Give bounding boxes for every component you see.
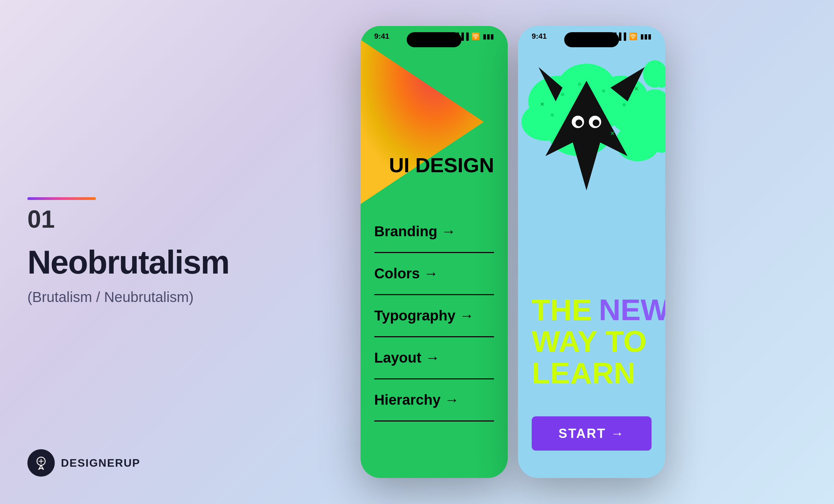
phones-container: 9:41 ▐▐▐ 🛜 ▮▮▮ (192, 0, 834, 504)
headline-the: THE (532, 294, 592, 326)
svg-point-26 (593, 119, 599, 126)
headline-learn: LEARN (532, 356, 635, 390)
svg-marker-22 (573, 142, 600, 190)
left-section: 01 Neobrutalism (Brutalism / Neubrutalis… (27, 0, 219, 504)
ui-design-text: UI DESIGN (389, 154, 494, 177)
wifi-icon-blue: 🛜 (629, 32, 637, 40)
character-svg: × × × (518, 47, 665, 245)
headline-row1: THE NEW (532, 294, 652, 326)
status-time-green: 9:41 (374, 32, 389, 41)
menu-colors-label: Colors → (374, 265, 438, 282)
svg-text:×: × (540, 100, 544, 108)
menu-list: Branding → Colors → Typography → Layout … (361, 211, 508, 421)
menu-typography-label: Typography → (374, 307, 474, 324)
battery-icon: ▮▮▮ (483, 32, 494, 40)
ui-design-title: UI DESIGN (389, 154, 494, 177)
battery-icon-blue: ▮▮▮ (640, 32, 652, 40)
phone-blue-frame: 9:41 ▐▐▐ 🛜 ▮▮▮ (518, 26, 665, 478)
start-button-label: START → (558, 426, 624, 441)
menu-item-hierarchy[interactable]: Hierarchy → (374, 379, 494, 421)
blue-illustration: × × × (518, 47, 665, 245)
svg-point-15 (578, 83, 581, 86)
logo-area: DESIGNERUP (27, 449, 140, 477)
svg-marker-4 (361, 40, 484, 204)
menu-item-typography[interactable]: Typography → (374, 295, 494, 337)
headline-new: NEW (599, 294, 665, 326)
logo-text: DESIGNERUP (61, 457, 140, 469)
learn-text-area: THE NEW WAY TO LEARN (532, 294, 652, 389)
triangle-graphic (361, 40, 484, 204)
menu-item-branding[interactable]: Branding → (374, 211, 494, 253)
menu-branding-label: Branding → (374, 223, 456, 240)
svg-point-25 (576, 119, 582, 126)
status-time-blue: 9:41 (532, 32, 547, 41)
gradient-line-decoration (27, 197, 96, 200)
svg-text:×: × (634, 85, 639, 92)
svg-point-16 (602, 89, 605, 93)
headline-way-to: WAY TO (532, 324, 647, 358)
slide-number: 01 (27, 207, 55, 231)
menu-layout-label: Layout → (374, 350, 440, 366)
svg-point-17 (622, 103, 626, 106)
menu-hierarchy-label: Hierarchy → (374, 392, 459, 408)
logo-icon (27, 449, 55, 477)
subtitle: (Brutalism / Neubrutalism) (27, 288, 219, 307)
phone-green-frame: 9:41 ▐▐▐ 🛜 ▮▮▮ (361, 26, 508, 478)
svg-point-18 (551, 113, 554, 117)
headline-row2: WAY TO (532, 326, 652, 357)
menu-item-layout[interactable]: Layout → (374, 337, 494, 379)
green-hero: UI DESIGN (361, 26, 508, 204)
svg-text:×: × (610, 129, 615, 137)
main-title: Neobrutalism (27, 245, 219, 280)
headline-row3: LEARN (532, 357, 652, 389)
wifi-icon: 🛜 (471, 32, 480, 40)
number-container: 01 (27, 197, 219, 231)
dynamic-island-green (407, 32, 462, 47)
dynamic-island-blue (564, 32, 619, 47)
menu-item-colors[interactable]: Colors → (374, 253, 494, 295)
svg-point-14 (561, 93, 564, 96)
start-button[interactable]: START → (532, 416, 652, 451)
